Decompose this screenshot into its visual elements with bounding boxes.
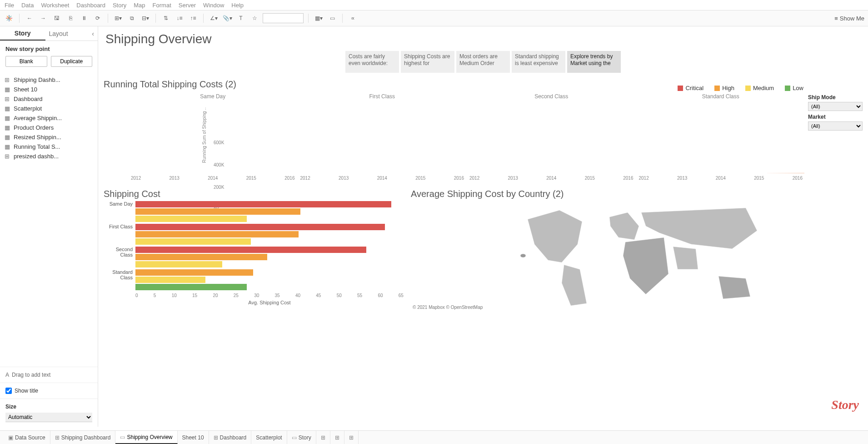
bar-segment[interactable]	[135, 201, 391, 207]
drag-text-hint[interactable]: ADrag to add text	[0, 367, 98, 383]
sheet-tab[interactable]: ▭Story	[287, 431, 316, 444]
bar-segment[interactable]	[135, 224, 385, 230]
new-story-button[interactable]: ⊞	[344, 431, 359, 444]
sidebar-item[interactable]: ▦Average Shippin...	[5, 113, 93, 123]
running-total-title: Running Total Shipping Costs (2)	[104, 79, 236, 90]
tab-icon: ⊞	[214, 434, 218, 441]
sidebar-item[interactable]: ▦Product Orders	[5, 123, 93, 132]
sidebar-item-label: Sheet 10	[14, 86, 37, 93]
tableau-logo-icon[interactable]	[4, 13, 15, 24]
sidebar-item[interactable]: ⊞Dashboard	[5, 94, 93, 104]
bar-segment[interactable]	[135, 231, 299, 237]
pause-icon[interactable]: ⏸	[79, 13, 90, 24]
shipping-cost-chart[interactable]: Same DayFirst ClassSecond ClassStandard …	[104, 201, 404, 291]
tab-layout[interactable]: Layout‹	[45, 26, 98, 40]
menu-file[interactable]: File	[5, 2, 14, 8]
forward-icon[interactable]: →	[38, 13, 49, 24]
back-icon[interactable]: ←	[24, 13, 35, 24]
sheet-tab[interactable]: ⊞Dashboard	[209, 431, 252, 444]
bar-segment[interactable]	[135, 208, 300, 215]
new-worksheet-button[interactable]: ⊞	[316, 431, 330, 444]
menu-data[interactable]: Data	[21, 2, 34, 8]
pin-icon[interactable]: ☆	[249, 13, 260, 24]
menu-format[interactable]: Format	[153, 2, 171, 8]
bar-segment[interactable]	[135, 216, 247, 222]
sidebar-item[interactable]: ▦Scatterplot	[5, 104, 93, 113]
sort-desc-icon[interactable]: ↑≡	[188, 13, 199, 24]
refresh-icon[interactable]: ⟳	[92, 13, 103, 24]
sheet-tab[interactable]: ▭Shipping Overview	[115, 431, 177, 444]
bar-segment[interactable]	[135, 254, 267, 260]
legend-label-low: Low	[793, 85, 803, 91]
sheet-icon: ⊞	[5, 76, 11, 83]
sheet-tab[interactable]: ⊞Shipping Dashboard	[50, 431, 116, 444]
duplicate-button[interactable]: Duplicate	[51, 56, 93, 67]
menu-server[interactable]: Server	[179, 2, 196, 8]
menu-map[interactable]: Map	[134, 2, 145, 8]
toolbar: ← → 🖫 ⎘ ⏸ ⟳ ⊞▾ ⧉ ⊟▾ ⇅ ↓≡ ↑≡ ∠▾ 📎▾ T ☆ ▦▾…	[0, 10, 868, 26]
filter-market-label: Market	[808, 114, 863, 120]
show-title-checkbox[interactable]	[5, 388, 12, 394]
sidebar-item[interactable]: ▦Resized Shippin...	[5, 132, 93, 142]
filter-shipmode-label: Ship Mode	[808, 94, 863, 101]
new-dashboard-button[interactable]: ⊞	[330, 431, 344, 444]
size-select[interactable]: Automatic	[5, 413, 92, 422]
bar-segment[interactable]	[135, 261, 222, 267]
sheet-icon: ▦	[5, 143, 11, 150]
legend-swatch-low	[785, 86, 790, 91]
presentation-icon[interactable]: ▭	[327, 13, 338, 24]
group-icon[interactable]: 📎▾	[222, 13, 233, 24]
new-datasource-icon[interactable]: ⎘	[65, 13, 76, 24]
sidebar-item-label: Scatterplot	[14, 105, 42, 112]
menu-dashboard[interactable]: Dashboard	[76, 2, 105, 8]
sheet-icon: ⊞	[5, 96, 11, 102]
sheet-icon: ▦	[5, 124, 11, 131]
tab-story[interactable]: Story	[0, 26, 45, 40]
bar-segment[interactable]	[135, 269, 253, 276]
running-total-chart[interactable]: Same Day20122013201420152016First Class2…	[129, 93, 804, 181]
tab-icon: ▭	[120, 434, 125, 440]
story-point-card[interactable]: Shipping Costs are highest for	[401, 51, 454, 73]
menu-help[interactable]: Help	[231, 2, 244, 8]
highlight-icon[interactable]: ∠▾	[208, 13, 219, 24]
sidebar-item[interactable]: ▦Sheet 10	[5, 85, 93, 94]
story-point-card[interactable]: Standard shipping is least expensive	[512, 51, 565, 73]
menu-bar: File Data Worksheet Dashboard Story Map …	[0, 0, 868, 10]
sidebar-item[interactable]: ⊞Shipping Dashb...	[5, 75, 93, 85]
bar-segment[interactable]	[135, 277, 205, 283]
search-input[interactable]	[263, 13, 304, 23]
sidebar-item-label: presized dashb...	[14, 153, 59, 160]
new-worksheet-icon[interactable]: ⊞▾	[113, 13, 124, 24]
duplicate-icon[interactable]: ⧉	[126, 13, 137, 24]
sidebar-item[interactable]: ⊞presized dashb...	[5, 151, 93, 161]
clear-icon[interactable]: ⊟▾	[140, 13, 151, 24]
sheet-tab[interactable]: Sheet 10	[178, 431, 209, 444]
sheet-tab[interactable]: Scatterplot	[251, 431, 287, 444]
sheet-tab[interactable]: ▣Data Source	[4, 431, 50, 444]
bar-segment[interactable]	[135, 247, 366, 253]
bar-segment[interactable]	[135, 284, 247, 290]
show-me-button[interactable]: ≡ Show Me	[834, 15, 864, 22]
page-title: Shipping Overview	[105, 32, 863, 46]
filter-shipmode-select[interactable]: (All)	[808, 102, 863, 111]
menu-window[interactable]: Window	[203, 2, 224, 8]
story-point-card[interactable]: Costs are fairly even worldwide:	[345, 51, 399, 73]
menu-story[interactable]: Story	[113, 2, 126, 8]
world-map[interactable]	[411, 201, 863, 310]
menu-worksheet[interactable]: Worksheet	[41, 2, 69, 8]
tab-label: Dashboard	[220, 434, 247, 441]
swap-icon[interactable]: ⇅	[160, 13, 171, 24]
save-icon[interactable]: 🖫	[51, 13, 62, 24]
filter-market-select[interactable]: (All)	[808, 121, 863, 131]
watermark: Story	[831, 398, 859, 412]
share-icon[interactable]: ∝	[347, 13, 358, 24]
sidebar-item[interactable]: ▦Running Total S...	[5, 142, 93, 151]
text-icon[interactable]: T	[235, 13, 246, 24]
tab-label: Sheet 10	[182, 434, 204, 441]
bar-segment[interactable]	[135, 238, 251, 245]
sort-asc-icon[interactable]: ↓≡	[174, 13, 185, 24]
story-point-card[interactable]: Explore trends by Market using the	[567, 51, 621, 73]
fit-icon[interactable]: ▦▾	[313, 13, 324, 24]
story-point-card[interactable]: Most orders are Medium Order	[456, 51, 510, 73]
blank-button[interactable]: Blank	[5, 56, 47, 67]
